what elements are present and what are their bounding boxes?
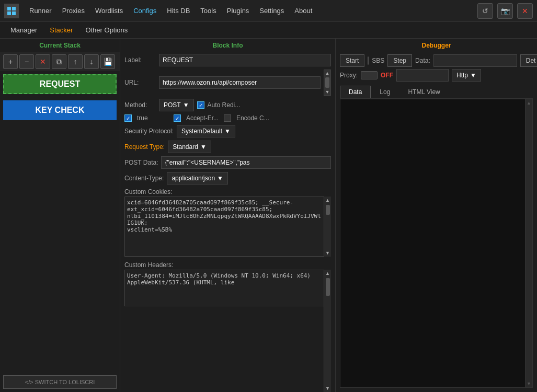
debug-scroll-down[interactable]: ▼ [527, 380, 531, 387]
close-icon[interactable]: ✕ [517, 3, 533, 19]
label-label: Label: [124, 56, 156, 64]
step-button[interactable]: Step [387, 54, 412, 67]
content-type-arrow-icon: ▼ [217, 175, 223, 182]
custom-cookies-area: ▲ ▼ [120, 197, 335, 259]
url-input-wrap [159, 76, 321, 89]
request-type-label: Request Type: [124, 143, 165, 151]
content-type-value: application/json [172, 175, 215, 182]
http-dropdown[interactable]: Http ▼ [452, 69, 481, 82]
move-down-button[interactable]: ↓ [84, 54, 99, 69]
tab-data[interactable]: Data [340, 86, 371, 98]
read-resp-checkbox[interactable] [124, 114, 132, 122]
off-badge: OFF [381, 72, 393, 79]
tab-log[interactable]: Log [371, 86, 399, 98]
add-block-button[interactable]: + [3, 54, 18, 69]
save-stack-button[interactable]: 💾 [100, 54, 115, 69]
cookies-scroll-down[interactable]: ▼ [325, 249, 330, 257]
debugger-title: Debugger [336, 39, 537, 52]
nav-proxies[interactable]: Proxies [57, 0, 90, 21]
start-button[interactable]: Start [340, 54, 364, 67]
headers-scrollbar: ▲ ▼ [324, 270, 331, 392]
url-input[interactable] [159, 76, 321, 89]
debug-scroll-up[interactable]: ▲ [527, 99, 531, 107]
method-label: Method: [124, 101, 156, 109]
custom-headers-area: ▲ ▼ [120, 270, 335, 392]
det-button[interactable]: Det [520, 54, 537, 67]
block-info-title: Block Info [120, 39, 335, 52]
move-up-button[interactable]: ↑ [68, 54, 83, 69]
data-label: Data: [415, 57, 430, 64]
svg-rect-2 [7, 11, 11, 15]
data-input[interactable] [433, 54, 517, 67]
keycheck-block[interactable]: KEY CHECK [3, 100, 117, 120]
proxy-input[interactable] [396, 69, 449, 82]
content-type-dropdown[interactable]: application/json ▼ [167, 172, 228, 185]
url-scroll-down[interactable]: ▼ [325, 89, 330, 95]
sbs-toggle[interactable] [368, 56, 369, 65]
request-type-dropdown[interactable]: Standard ▼ [168, 141, 211, 153]
nav-configs[interactable]: Configs [128, 0, 162, 21]
method-dropdown[interactable]: POST ▼ [159, 99, 194, 111]
switch-to-loliscript-button[interactable]: </> SWITCH TO LOLISCRI [3, 375, 117, 389]
nav-right-icons: ↺ 📷 ✕ [477, 3, 533, 19]
copy-block-button[interactable]: ⧉ [52, 54, 66, 69]
method-arrow-icon: ▼ [183, 101, 189, 109]
subnav-other-options[interactable]: Other Options [79, 22, 134, 38]
current-stack-title: Current Stack [0, 39, 120, 52]
main-area: Current Stack + − ✕ ⧉ ↑ ↓ 💾 REQUEST KEY … [0, 39, 537, 392]
nav-plugins[interactable]: Plugins [222, 0, 255, 21]
request-block[interactable]: REQUEST [3, 74, 117, 94]
request-type-row: Request Type: Standard ▼ [120, 139, 335, 155]
nav-settings[interactable]: Settings [254, 0, 289, 21]
nav-about[interactable]: About [289, 0, 317, 21]
debug-row-1: Start SBS Step Data: Det ▼ [340, 54, 533, 67]
read-resp-label: true [137, 114, 168, 122]
debug-controls: Start SBS Step Data: Det ▼ Proxy: OFF Ht… [336, 52, 537, 84]
stack-toolbar: + − ✕ ⧉ ↑ ↓ 💾 [0, 52, 120, 71]
security-protocol-dropdown[interactable]: SystemDefault ▼ [177, 125, 235, 137]
headers-scroll-up[interactable]: ▲ [325, 270, 330, 277]
security-protocol-value: SystemDefault [181, 128, 222, 135]
custom-cookies-input[interactable] [124, 197, 331, 257]
custom-headers-label: Custom Headers: [120, 259, 335, 270]
svg-rect-0 [7, 7, 11, 10]
cookies-scroll-up[interactable]: ▲ [325, 197, 330, 204]
http-value: Http [456, 72, 468, 79]
encode-c-checkbox[interactable] [224, 114, 231, 122]
method-value: POST [164, 101, 181, 109]
accept-err-checkbox[interactable] [174, 114, 181, 122]
cookies-scrollbar: ▲ ▼ [324, 197, 331, 257]
debug-output-scrollbar: ▲ ▼ [525, 99, 532, 387]
cancel-block-button[interactable]: ✕ [36, 54, 50, 69]
security-protocol-label: Security Protocol: [124, 128, 174, 135]
http-arrow-icon: ▼ [470, 72, 476, 79]
nav-tools[interactable]: Tools [195, 0, 221, 21]
tab-html-view[interactable]: HTML View [399, 86, 449, 98]
url-label: URL: [124, 79, 156, 86]
top-nav: Runner Proxies Wordlists Configs Hits DB… [0, 0, 537, 22]
subnav-manager[interactable]: Manager [4, 22, 43, 38]
nav-hitsdb[interactable]: Hits DB [162, 0, 195, 21]
nav-wordlists[interactable]: Wordlists [90, 0, 128, 21]
post-data-input[interactable] [161, 156, 331, 169]
security-protocol-arrow-icon: ▼ [224, 128, 231, 135]
auto-redirect-checkbox[interactable] [197, 101, 204, 109]
subnav-stacker[interactable]: Stacker [43, 22, 79, 38]
headers-scroll-down[interactable]: ▼ [325, 385, 330, 392]
middle-panel: Block Info Label: URL: ▲ ▼ Method: POST … [120, 39, 336, 392]
camera-icon[interactable]: 📷 [497, 3, 513, 19]
remove-block-button[interactable]: − [19, 54, 34, 69]
left-panel: Current Stack + − ✕ ⧉ ↑ ↓ 💾 REQUEST KEY … [0, 39, 120, 392]
refresh-icon[interactable]: ↺ [477, 3, 493, 19]
nav-runner[interactable]: Runner [24, 0, 57, 21]
custom-headers-input[interactable] [124, 270, 331, 306]
label-input[interactable] [159, 54, 331, 66]
proxy-toggle[interactable] [361, 71, 378, 79]
app-icon [4, 4, 19, 18]
label-row: Label: [120, 52, 335, 68]
debug-row-2: Proxy: OFF Http ▼ [340, 69, 533, 82]
accept-err-label: Accept-Er... [186, 114, 219, 122]
post-data-row: POST Data: [120, 155, 335, 170]
url-scroll-up[interactable]: ▲ [325, 70, 330, 76]
custom-cookies-label: Custom Cookies: [120, 186, 335, 197]
